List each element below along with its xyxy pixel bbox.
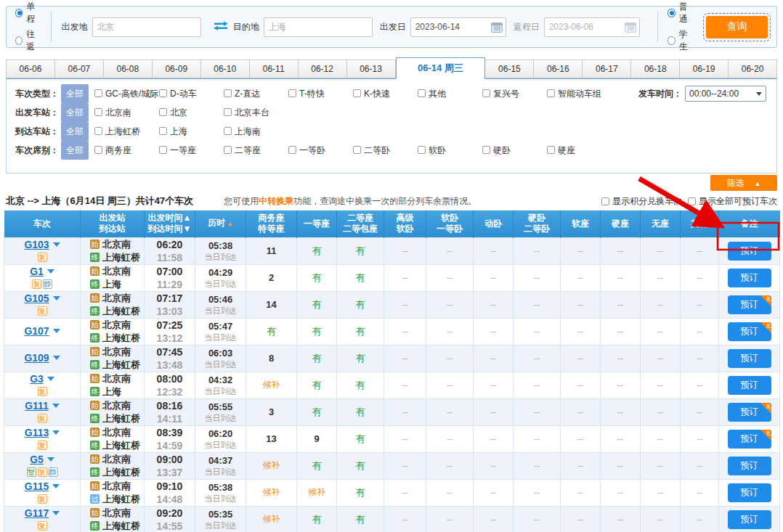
- book-button[interactable]: 预订: [728, 376, 771, 395]
- column-header[interactable]: 备注: [719, 210, 780, 237]
- filter-option-商务座[interactable]: 商务座: [94, 142, 159, 159]
- radio-icon[interactable]: [15, 9, 23, 17]
- book-button[interactable]: 预订: [728, 457, 771, 475]
- date-tab-06-17[interactable]: 06-17: [583, 60, 631, 78]
- checkbox-icon[interactable]: [418, 146, 426, 154]
- filter-option-K-快速[interactable]: K-快速: [353, 85, 418, 102]
- column-header[interactable]: 软卧一等卧: [426, 210, 474, 237]
- radio-单程[interactable]: 单程: [15, 1, 41, 25]
- filter-option-上海南[interactable]: 上海南: [224, 123, 288, 140]
- chevron-down-icon[interactable]: [53, 296, 60, 300]
- chevron-down-icon[interactable]: [47, 269, 54, 274]
- filter-option-其他[interactable]: 其他: [418, 85, 482, 102]
- filter-option-一等座[interactable]: 一等座: [159, 142, 224, 159]
- column-header[interactable]: 历时▲: [195, 210, 246, 237]
- checkbox-icon[interactable]: [547, 146, 555, 154]
- date-tab-06-08[interactable]: 06-08: [104, 60, 153, 78]
- book-button[interactable]: 预订兑: [728, 322, 771, 341]
- swap-stations-icon[interactable]: [213, 20, 229, 34]
- chevron-down-icon[interactable]: [53, 356, 60, 360]
- filter-option-硬卧[interactable]: 硬卧: [482, 142, 547, 159]
- checkbox-icon[interactable]: [482, 146, 490, 154]
- train-number-link[interactable]: G117: [25, 507, 49, 519]
- filter-option-二等座[interactable]: 二等座: [224, 142, 288, 159]
- column-header[interactable]: 软座: [561, 210, 601, 237]
- column-header[interactable]: 动卧: [474, 210, 514, 237]
- filter-option-Z-直达[interactable]: Z-直达: [224, 85, 288, 102]
- book-button[interactable]: 预订兑: [728, 403, 771, 422]
- filter-option-T-特快[interactable]: T-特快: [288, 85, 353, 102]
- checkbox-icon[interactable]: [418, 89, 426, 97]
- date-tab-06-11[interactable]: 06-11: [250, 60, 299, 78]
- column-header[interactable]: 无座: [641, 210, 681, 237]
- all-badge[interactable]: 全部: [61, 141, 89, 160]
- date-tab-06-12[interactable]: 06-12: [299, 60, 347, 78]
- date-tab-06-19[interactable]: 06-19: [680, 60, 729, 78]
- calendar-icon[interactable]: [491, 22, 503, 33]
- checkbox-icon[interactable]: [288, 89, 296, 97]
- column-header[interactable]: 其他: [681, 210, 719, 237]
- checkbox-icon[interactable]: [601, 197, 609, 205]
- filter-option-软卧[interactable]: 软卧: [418, 142, 482, 159]
- column-header[interactable]: 二等座二等包座: [337, 210, 384, 237]
- chevron-down-icon[interactable]: [52, 430, 60, 435]
- checkbox-icon[interactable]: [94, 89, 102, 97]
- column-header[interactable]: 一等座: [297, 210, 337, 237]
- filter-option-二等卧[interactable]: 二等卧: [353, 142, 418, 159]
- column-header[interactable]: 车次: [4, 210, 81, 237]
- column-header[interactable]: 高级软卧: [384, 210, 426, 237]
- checkbox-icon[interactable]: [353, 146, 361, 154]
- filter-option-复兴号[interactable]: 复兴号: [482, 85, 547, 102]
- chevron-down-icon[interactable]: [53, 329, 60, 333]
- filter-button[interactable]: 筛选▲: [710, 175, 777, 191]
- checkbox-icon[interactable]: [159, 146, 167, 154]
- column-header[interactable]: 硬卧二等卧: [514, 210, 561, 237]
- query-button[interactable]: 查询: [706, 16, 768, 38]
- depart-time-select[interactable]: 00:00--24:00: [685, 86, 766, 102]
- book-button[interactable]: 预订: [728, 349, 771, 368]
- date-tab-06-18[interactable]: 06-18: [631, 60, 680, 78]
- filter-option-硬座[interactable]: 硬座: [547, 142, 612, 159]
- date-tab-06-15[interactable]: 06-15: [485, 60, 534, 78]
- filter-option-一等卧[interactable]: 一等卧: [288, 142, 353, 159]
- radio-普通[interactable]: 普通: [668, 1, 693, 25]
- train-number-link[interactable]: G3: [30, 373, 44, 385]
- sort-asc-icon[interactable]: ▲: [227, 220, 233, 227]
- filter-option-北京丰台[interactable]: 北京丰台: [224, 104, 288, 121]
- filter-option-D-动车[interactable]: D-动车: [159, 85, 224, 102]
- filter-option-智能动车组[interactable]: 智能动车组: [547, 85, 612, 102]
- train-number-link[interactable]: G111: [25, 400, 49, 412]
- checkbox-icon[interactable]: [688, 197, 696, 205]
- checkbox-icon[interactable]: [482, 89, 490, 97]
- checkbox-icon[interactable]: [547, 89, 555, 97]
- book-button[interactable]: 预订: [728, 510, 771, 529]
- train-number-link[interactable]: G107: [24, 325, 49, 337]
- checkbox-icon[interactable]: [288, 146, 296, 154]
- radio-icon[interactable]: [668, 36, 675, 45]
- chevron-down-icon[interactable]: [52, 511, 60, 515]
- date-tab-06-13[interactable]: 06-13: [347, 60, 396, 78]
- all-badge[interactable]: 全部: [61, 84, 89, 103]
- train-number-link[interactable]: G115: [25, 480, 49, 492]
- radio-icon[interactable]: [668, 9, 675, 17]
- date-tab-06-10[interactable]: 06-10: [201, 60, 250, 78]
- filter-option-上海[interactable]: 上海: [159, 123, 224, 140]
- chevron-down-icon[interactable]: [52, 404, 60, 408]
- train-number-link[interactable]: G105: [24, 292, 49, 304]
- transfer-link[interactable]: 中转换乘: [259, 196, 293, 206]
- checkbox-icon[interactable]: [353, 89, 361, 97]
- checkbox-icon[interactable]: [224, 108, 232, 116]
- to-input[interactable]: [264, 17, 373, 37]
- book-button[interactable]: 预订: [728, 242, 771, 261]
- book-button[interactable]: 预订: [728, 269, 771, 287]
- from-input[interactable]: [92, 17, 201, 37]
- radio-icon[interactable]: [15, 36, 23, 45]
- column-header[interactable]: 出发站到达站: [81, 210, 145, 237]
- column-header[interactable]: 商务座特等座: [246, 210, 297, 237]
- filter-option-GC-高铁/城际[interactable]: GC-高铁/城际: [94, 85, 159, 102]
- checkbox-icon[interactable]: [94, 127, 102, 135]
- date-tab-06-14 周三[interactable]: 06-14 周三: [396, 57, 486, 79]
- train-number-link[interactable]: G109: [24, 352, 49, 364]
- column-header[interactable]: 出发时间▲到达时间▼: [145, 210, 195, 237]
- all-badge[interactable]: 全部: [61, 103, 89, 122]
